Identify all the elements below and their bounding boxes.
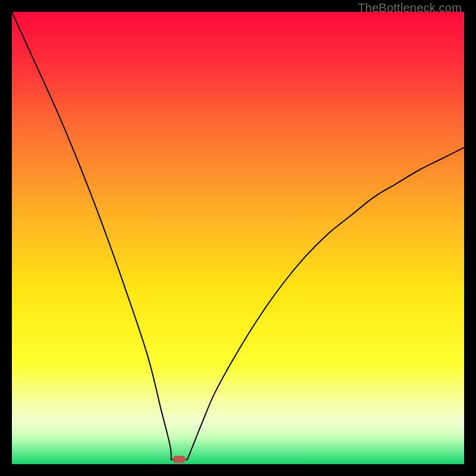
watermark-text: TheBottleneck.com	[358, 1, 462, 15]
bottleneck-curve	[12, 12, 464, 464]
chart-frame: TheBottleneck.com	[0, 0, 476, 476]
optimum-marker	[173, 456, 186, 463]
plot-area	[12, 12, 464, 464]
